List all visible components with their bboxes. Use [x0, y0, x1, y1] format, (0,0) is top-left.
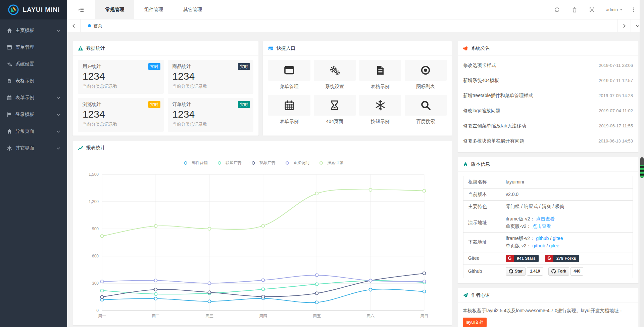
clear-cache-button[interactable]: [566, 7, 583, 12]
svg-text:周二: 周二: [152, 314, 160, 318]
scrollbar-thumb[interactable]: [640, 157, 644, 178]
quick-entry-icon-list[interactable]: 图标列表: [405, 60, 447, 91]
announcement-row[interactable]: 修复左侧菜单缩放tab无法移动2019-06-17 11:55: [463, 118, 633, 133]
data-stats-panel: 数据统计 用户统计 1234 当前分类总记录数 实时 商品统计: [72, 41, 259, 136]
stat-card-users: 用户统计 1234 当前分类总记录数 实时: [78, 60, 164, 94]
caret-down-icon: [620, 9, 623, 10]
logo: LAYUI MINI: [0, 0, 67, 19]
topbar: 常规管理 组件管理 其它管理 admin: [67, 0, 644, 19]
report-chart-panel: 报表统计 邮件营销联盟广告视频广告直接访问搜索引擎 03006009001,20…: [72, 140, 452, 325]
sidebar-item-error-pages[interactable]: 异常页面: [0, 123, 67, 140]
sidebar-toggle-button[interactable]: [67, 0, 95, 19]
page-tab-home[interactable]: 首页: [81, 19, 110, 32]
topbar-actions: admin: [548, 0, 644, 19]
chart-legend: 邮件营销联盟广告视频广告直接访问搜索引擎: [77, 159, 448, 166]
sidebar-item-label: 表格示例: [15, 78, 34, 84]
legend-item[interactable]: 视频广告: [249, 160, 276, 166]
framework-name: layuimini: [501, 176, 633, 189]
realtime-badge: 实时: [238, 63, 250, 70]
github-fork-button[interactable]: Fork: [548, 267, 569, 276]
stat-title: 商品统计: [172, 64, 249, 70]
quick-entry-form-example[interactable]: 表单示例: [268, 95, 310, 126]
demo-links-cell: iframe版-v2： 点击查看 单页版-v2： 点击查看: [501, 213, 633, 233]
stat-card-views: 浏览统计 1234 当前分类总记录数 实时: [78, 98, 164, 132]
announcement-text: 新增系统404模板: [463, 78, 499, 84]
github-star-button[interactable]: Star: [506, 267, 526, 276]
announcement-row[interactable]: 新增treetable插件和菜单管理样式2019-07-05 14:28: [463, 88, 633, 103]
panel-header: 作者心语: [458, 288, 638, 303]
github-fork-count[interactable]: 440: [571, 267, 583, 276]
realtime-badge: 实时: [238, 101, 250, 108]
username: admin: [606, 7, 618, 12]
legend-item[interactable]: 直接访问: [283, 160, 309, 166]
page-scrollbar[interactable]: [640, 0, 644, 327]
file-text-icon: [375, 65, 386, 76]
github-download-link[interactable]: github: [532, 243, 545, 248]
sidebar-item-home-template[interactable]: 主页模板: [0, 22, 67, 39]
trash-icon: [572, 7, 577, 12]
gitee-forks-badge[interactable]: G278 Forks: [545, 255, 579, 262]
header-tab-components[interactable]: 组件管理: [134, 0, 173, 19]
legend-item[interactable]: 邮件营销: [181, 160, 208, 166]
demo-view-link[interactable]: 点击查看: [536, 216, 555, 221]
stat-card-goods: 商品统计 1234 当前分类总记录数 实时: [168, 60, 254, 94]
flag-icon: [7, 112, 12, 117]
sidebar-item-login-template[interactable]: 登录模板: [0, 106, 67, 123]
quick-entry-baidu-search[interactable]: 百度搜索: [405, 95, 447, 126]
main-features: 零门槛 / 响应式 / 清爽 / 极简: [501, 201, 633, 213]
sidebar-item-menu-management[interactable]: 菜单管理: [0, 39, 67, 56]
legend-item[interactable]: 搜索引擎: [317, 160, 343, 166]
header-tab-other[interactable]: 其它管理: [173, 0, 212, 19]
demo-line-prefix: 单页版-v2：: [506, 223, 531, 229]
quick-entry-system-settings[interactable]: 系统设置: [314, 60, 356, 91]
header-tab-general[interactable]: 常规管理: [95, 0, 134, 19]
announcement-row[interactable]: 修改logo缩放问题2019-07-04 11:02: [463, 103, 633, 118]
refresh-button[interactable]: [548, 7, 566, 12]
gears-icon: [329, 65, 340, 76]
chevron-right-icon: [622, 23, 627, 29]
calendar-icon: [284, 100, 295, 111]
legend-item[interactable]: 联盟广告: [215, 160, 242, 166]
user-dropdown[interactable]: admin: [601, 7, 628, 12]
quick-entry-label: 菜单管理: [268, 84, 310, 90]
github-fork-label: Fork: [557, 268, 566, 275]
announcement-row[interactable]: 新增系统404模板2019-07-11 12:57: [463, 73, 633, 88]
tab-scroll-left-button[interactable]: [67, 19, 81, 32]
page-tabbar: 首页: [67, 19, 644, 32]
refresh-icon: [554, 7, 560, 12]
quick-entry-404-page[interactable]: 404页面: [314, 95, 356, 126]
demo-view-link[interactable]: 点击查看: [532, 223, 551, 229]
github-download-link[interactable]: github: [536, 236, 549, 241]
outdent-icon: [79, 7, 84, 12]
sidebar-item-other-ui[interactable]: 其它界面: [0, 140, 67, 157]
left-column: 数据统计 用户统计 1234 当前分类总记录数 实时 商品统计: [72, 41, 452, 325]
github-star-count[interactable]: 1,419: [527, 267, 543, 276]
quick-entry-button-example[interactable]: 按钮示例: [359, 95, 401, 126]
snowflake-icon: [375, 100, 386, 111]
quick-entry-menu-management[interactable]: 菜单管理: [268, 60, 310, 91]
gitee-stars-badge[interactable]: G941 Stars: [506, 255, 539, 262]
announcement-row[interactable]: 修复多模块菜单栏展开有问题2019-06-13 14:53: [463, 133, 633, 149]
fire-icon: [463, 162, 468, 167]
stat-value: 1234: [83, 109, 159, 120]
legend-marker-icon: [215, 161, 224, 165]
fullscreen-button[interactable]: [583, 7, 601, 12]
gitee-download-link[interactable]: gitee: [553, 236, 563, 241]
sidebar-item-system-settings[interactable]: 系统设置: [0, 56, 67, 73]
stat-desc: 当前分类总记录数: [83, 121, 159, 127]
more-menu-button[interactable]: [628, 7, 639, 12]
main-area: 常规管理 组件管理 其它管理 admin: [67, 0, 644, 327]
gitee-download-link[interactable]: gitee: [549, 243, 559, 248]
quick-entry-label: 404页面: [314, 119, 356, 125]
quick-entry-table-example[interactable]: 表格示例: [359, 60, 401, 91]
announcement-row[interactable]: 修改选项卡样式2019-07-11 23:06: [463, 58, 633, 73]
more-vertical-icon: [631, 7, 636, 12]
sidebar-item-table-example[interactable]: 表格示例: [0, 73, 67, 89]
report-line-chart: 03006009001,2001,500周一周二周三周四周五周六周日: [77, 166, 441, 324]
sidebar: LAYUI MINI 主页模板 菜单管理 系统设置 表格示例 表单示例: [0, 0, 67, 327]
snowflake-icon: [7, 146, 12, 151]
sidebar-item-form-example[interactable]: 表单示例: [0, 89, 67, 106]
version-row-label: 演示地址: [463, 213, 501, 233]
tab-scroll-right-button[interactable]: [617, 19, 631, 32]
layui-docs-badge[interactable]: layui文档: [463, 318, 487, 327]
